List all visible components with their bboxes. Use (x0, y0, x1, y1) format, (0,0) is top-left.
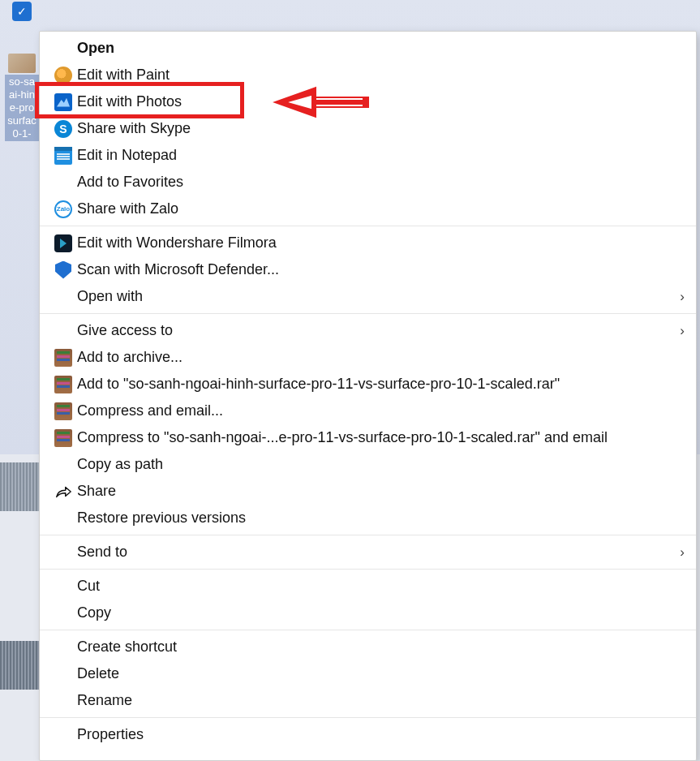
menu-item-label: Edit in Notepad (75, 147, 685, 164)
menu-item-icon-slot (51, 119, 75, 139)
context-menu: OpenEdit with PaintEdit with PhotosShare… (39, 31, 697, 761)
menu-separator (40, 535, 696, 535)
menu-item-icon-slot (51, 543, 75, 562)
menu-item-icon-slot (51, 691, 75, 711)
photos-icon (54, 93, 72, 111)
desktop-trees (0, 462, 41, 511)
menu-item-share[interactable]: Share (40, 478, 696, 505)
chevron-right-icon: › (672, 289, 685, 305)
menu-separator (40, 717, 696, 718)
menu-separator (40, 569, 696, 570)
desktop-file-icon[interactable]: ✓ so-sa ai-hin e-pro surfac 0-1- (5, 0, 39, 141)
menu-item-icon-slot (51, 638, 75, 657)
menu-item-label: Edit with Wondershare Filmora (75, 234, 685, 252)
menu-item-label: Add to Favorites (75, 174, 685, 191)
menu-separator (40, 630, 696, 630)
menu-item-label: Copy as path (75, 456, 685, 473)
rar-icon (54, 402, 72, 420)
menu-item-label: Copy (75, 604, 685, 621)
menu-item-cut[interactable]: Cut (40, 573, 696, 600)
menu-item-copy[interactable]: Copy (40, 600, 696, 626)
filmora-icon (54, 234, 72, 252)
menu-item-label: Send to (75, 544, 672, 561)
rar-icon (54, 349, 72, 367)
menu-item-icon-slot (51, 375, 75, 394)
menu-item-icon-slot (51, 287, 75, 307)
menu-item-icon-slot (51, 39, 75, 58)
menu-item-label: Edit with Photos (75, 93, 685, 110)
menu-item-label: Cut (75, 578, 685, 595)
menu-item-label: Give access to (75, 322, 672, 339)
zalo-icon (54, 200, 72, 218)
menu-item-share-skype[interactable]: Share with Skype (40, 115, 696, 142)
menu-item-icon-slot (51, 260, 75, 280)
desktop-trees (0, 641, 41, 690)
menu-item-delete[interactable]: Delete (40, 660, 696, 687)
menu-item-label: Share (75, 483, 685, 500)
menu-item-open-with[interactable]: Open with› (40, 283, 696, 310)
menu-item-label: Rename (75, 692, 685, 709)
menu-item-add-archive[interactable]: Add to archive... (40, 344, 696, 371)
menu-item-share-zalo[interactable]: Share with Zalo (40, 196, 696, 222)
menu-item-label: Properties (75, 726, 685, 743)
skype-icon (54, 120, 72, 138)
menu-item-icon-slot (51, 725, 75, 745)
menu-item-icon-slot (51, 348, 75, 368)
menu-separator (40, 313, 696, 314)
menu-item-edit-paint[interactable]: Edit with Paint (40, 62, 696, 88)
menu-item-copy-path[interactable]: Copy as path (40, 451, 696, 478)
menu-item-icon-slot (51, 402, 75, 421)
menu-item-icon-slot (51, 173, 75, 192)
menu-item-give-access[interactable]: Give access to› (40, 317, 696, 344)
notepad-icon (54, 147, 72, 165)
defender-icon (55, 261, 71, 279)
menu-item-open[interactable]: Open (40, 35, 696, 62)
menu-item-send-to[interactable]: Send to› (40, 539, 696, 565)
file-thumbnail (8, 54, 36, 73)
rar-icon (54, 429, 72, 447)
menu-item-edit-filmora[interactable]: Edit with Wondershare Filmora (40, 230, 696, 256)
menu-item-icon-slot (51, 428, 75, 448)
menu-item-label: Compress and email... (75, 402, 685, 419)
menu-item-icon-slot (51, 66, 75, 85)
menu-item-restore-versions[interactable]: Restore previous versions (40, 505, 696, 531)
menu-item-add-favorites[interactable]: Add to Favorites (40, 169, 696, 196)
menu-item-label: Restore previous versions (75, 509, 685, 527)
chevron-right-icon: › (672, 544, 685, 561)
menu-item-label: Compress to "so-sanh-ngoai-...e-pro-11-v… (75, 429, 685, 446)
menu-item-rename[interactable]: Rename (40, 687, 696, 714)
menu-item-label: Create shortcut (75, 638, 685, 656)
share-icon (54, 484, 72, 500)
menu-item-icon-slot (51, 234, 75, 253)
menu-item-icon-slot (51, 604, 75, 623)
menu-separator (40, 226, 696, 226)
menu-item-edit-notepad[interactable]: Edit in Notepad (40, 142, 696, 169)
menu-item-icon-slot (51, 200, 75, 219)
menu-item-icon-slot (51, 321, 75, 341)
menu-item-icon-slot (51, 509, 75, 528)
menu-item-icon-slot (51, 146, 75, 166)
menu-item-label: Open (75, 40, 685, 57)
menu-item-compress-email[interactable]: Compress and email... (40, 398, 696, 424)
menu-item-label: Open with (75, 288, 672, 305)
rar-icon (54, 376, 72, 393)
menu-item-label: Add to "so-sanh-ngoai-hinh-surface-pro-1… (75, 376, 685, 393)
menu-item-icon-slot (51, 482, 75, 501)
menu-item-compress-email-named[interactable]: Compress to "so-sanh-ngoai-...e-pro-11-v… (40, 424, 696, 451)
menu-item-icon-slot (51, 577, 75, 596)
menu-item-label: Scan with Microsoft Defender... (75, 261, 685, 278)
paint-icon (54, 67, 72, 84)
menu-item-scan-defender[interactable]: Scan with Microsoft Defender... (40, 256, 696, 283)
checkbox-icon: ✓ (12, 2, 32, 21)
menu-item-properties[interactable]: Properties (40, 721, 696, 748)
menu-item-add-archive-named[interactable]: Add to "so-sanh-ngoai-hinh-surface-pro-1… (40, 371, 696, 398)
file-name: so-sa ai-hin e-pro surfac 0-1- (5, 75, 39, 141)
menu-item-edit-photos[interactable]: Edit with Photos (40, 88, 696, 115)
menu-item-label: Delete (75, 665, 685, 682)
chevron-right-icon: › (672, 323, 685, 339)
menu-item-label: Share with Zalo (75, 200, 685, 217)
menu-item-label: Edit with Paint (75, 67, 685, 84)
menu-item-create-shortcut[interactable]: Create shortcut (40, 634, 696, 660)
menu-item-icon-slot (51, 455, 75, 475)
menu-item-label: Share with Skype (75, 120, 685, 137)
